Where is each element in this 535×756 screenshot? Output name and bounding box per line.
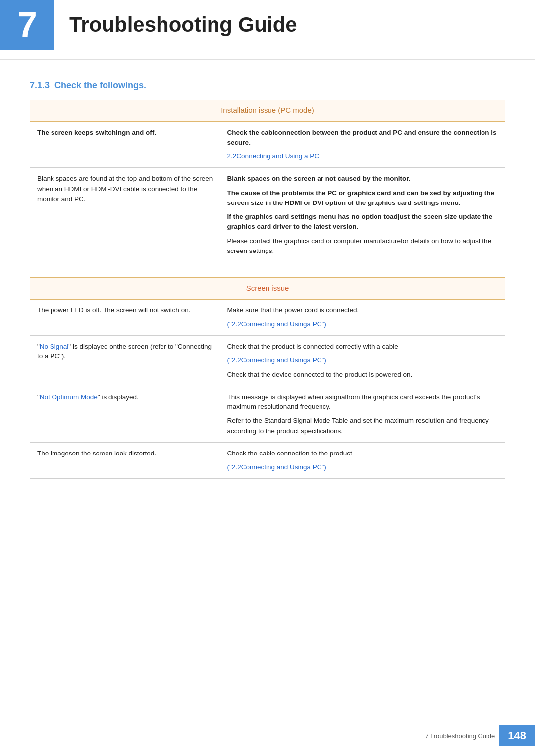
solution-text: Check that the device connected to the p… xyxy=(227,371,413,378)
solution-para: Check the cable connection to the produc… xyxy=(227,449,498,458)
problem-text: "Not Optimum Mode" is displayed. xyxy=(37,393,139,401)
solution-text: Refer to the Standard Signal Mode Table … xyxy=(227,417,489,434)
not-optimum-link[interactable]: Not Optimum Mode xyxy=(40,393,98,401)
section-title: 7.1.3 Check the followings. xyxy=(30,80,505,91)
problem-text: The imageson the screen look distorted. xyxy=(37,450,156,457)
chapter-number: 7 xyxy=(0,0,54,50)
problem-cell: The screen keeps switchingn and off. xyxy=(30,121,220,168)
problem-text: "No Signal" is displayed onthe screen (r… xyxy=(37,343,212,360)
solution-para: Blank spaces on the screen ar not caused… xyxy=(227,174,498,184)
solution-link-para: ("2.2Connecting and Usinga PC") xyxy=(227,462,498,472)
solution-para: Please contact the graphics card or comp… xyxy=(227,236,498,256)
table-row: The imageson the screen look distorted. … xyxy=(30,442,505,479)
solution-text: This message is displayed when asignalfr… xyxy=(227,393,480,410)
page-number: 148 xyxy=(499,725,535,746)
no-signal-link[interactable]: No Signal xyxy=(40,343,69,350)
solution-para: This message is displayed when asignalfr… xyxy=(227,392,498,412)
solution-para: Check the cablconnection between the pro… xyxy=(227,128,498,148)
solution-para: Check that the device connected to the p… xyxy=(227,370,498,380)
solution-para: Refer to the Standard Signal Mode Table … xyxy=(227,416,498,436)
solution-link-para: ("2.2Connecting and Usinga PC") xyxy=(227,319,498,329)
solution-cell: Make sure that the power cord is connect… xyxy=(220,299,505,336)
problem-cell: The power LED is off. The screen will no… xyxy=(30,299,220,336)
table-row: The power LED is off. The screen will no… xyxy=(30,299,505,336)
solution-para: The cause of the problemis the PC or gra… xyxy=(227,188,498,208)
solution-text: Blank spaces on the screen ar not caused… xyxy=(227,175,411,182)
page-footer: 7 Troubleshooting Guide 148 xyxy=(425,725,535,746)
problem-cell: The imageson the screen look distorted. xyxy=(30,442,220,479)
problem-text: Blank spaces are found at the top and bo… xyxy=(37,175,213,202)
table-row: Blank spaces are found at the top and bo… xyxy=(30,168,505,262)
main-content: 7.1.3 Check the followings. Installation… xyxy=(0,80,535,523)
solution-cell: Blank spaces on the screen ar not caused… xyxy=(220,168,505,262)
solution-text: The cause of the problemis the PC or gra… xyxy=(227,189,494,206)
solution-link[interactable]: 2.2Connecting and Using a PC xyxy=(227,152,319,160)
solution-text: Please contact the graphics card or comp… xyxy=(227,237,492,254)
table-row: The screen keeps switchingn and off. Che… xyxy=(30,121,505,168)
page-header: 7 Troubleshooting Guide xyxy=(0,0,535,60)
screen-table-header: Screen issue xyxy=(30,278,505,300)
solution-link-para: 2.2Connecting and Using a PC xyxy=(227,151,498,161)
solution-text: Check that the product is connected corr… xyxy=(227,343,398,350)
solution-cell: Check that the product is connected corr… xyxy=(220,336,505,386)
solution-text: Make sure that the power cord is connect… xyxy=(227,306,359,314)
chapter-title: Troubleshooting Guide xyxy=(64,0,297,50)
solution-cell: Check the cablconnection between the pro… xyxy=(220,121,505,168)
solution-para: Check that the product is connected corr… xyxy=(227,342,498,352)
installation-table: Installation issue (PC mode) The screen … xyxy=(30,100,505,262)
problem-cell: "Not Optimum Mode" is displayed. xyxy=(30,386,220,442)
solution-text: Check the cablconnection between the pro… xyxy=(227,129,497,146)
footer-text: 7 Troubleshooting Guide xyxy=(425,732,495,740)
installation-table-header: Installation issue (PC mode) xyxy=(30,100,505,122)
solution-para: Make sure that the power cord is connect… xyxy=(227,305,498,315)
solution-cell: This message is displayed when asignalfr… xyxy=(220,386,505,442)
solution-cell: Check the cable connection to the produc… xyxy=(220,442,505,479)
screen-table: Screen issue The power LED is off. The s… xyxy=(30,277,505,479)
table-row: "Not Optimum Mode" is displayed. This me… xyxy=(30,386,505,442)
problem-text: The power LED is off. The screen will no… xyxy=(37,306,190,314)
solution-link-para: ("2.2Connecting and Usinga PC") xyxy=(227,355,498,365)
solution-text: Check the cable connection to the produc… xyxy=(227,450,352,457)
problem-cell: "No Signal" is displayed onthe screen (r… xyxy=(30,336,220,386)
solution-link[interactable]: ("2.2Connecting and Usinga PC") xyxy=(227,320,326,328)
table-row: "No Signal" is displayed onthe screen (r… xyxy=(30,336,505,386)
solution-para: If the graphics card settings menu has n… xyxy=(227,212,498,232)
problem-cell: Blank spaces are found at the top and bo… xyxy=(30,168,220,262)
solution-link[interactable]: ("2.2Connecting and Usinga PC") xyxy=(227,356,326,364)
solution-text: If the graphics card settings menu has n… xyxy=(227,213,493,230)
problem-text: The screen keeps switchingn and off. xyxy=(37,129,156,136)
solution-link[interactable]: ("2.2Connecting and Usinga PC") xyxy=(227,463,326,471)
